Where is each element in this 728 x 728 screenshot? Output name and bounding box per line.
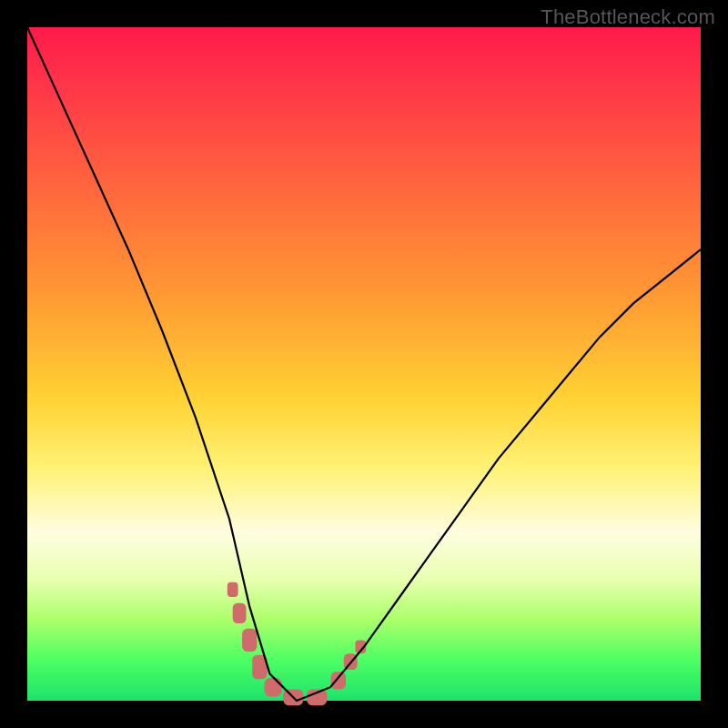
watermark-text: TheBottleneck.com bbox=[541, 5, 715, 29]
chart-frame: TheBottleneck.com bbox=[0, 0, 728, 728]
plot-area bbox=[27, 27, 701, 701]
bottleneck-curve bbox=[27, 27, 701, 701]
curve-marker bbox=[242, 629, 257, 652]
curve-marker bbox=[228, 582, 238, 597]
curve-marker bbox=[233, 603, 247, 623]
curve-marker bbox=[331, 672, 346, 689]
curve-path bbox=[27, 27, 701, 701]
curve-marker bbox=[265, 678, 282, 697]
